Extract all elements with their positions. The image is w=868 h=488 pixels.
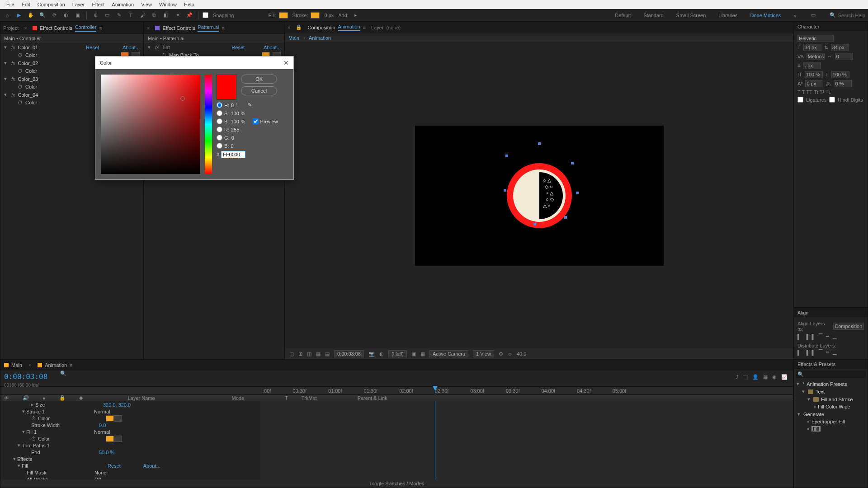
dist-hcenter-icon[interactable]: ▐ [805, 350, 808, 355]
workspace-menu-icon[interactable]: ▭ [809, 11, 818, 20]
h-value[interactable]: 0 [231, 103, 234, 108]
superscript-icon[interactable]: T¹ [820, 89, 824, 95]
eraser-tool-icon[interactable]: ◧ [161, 11, 170, 20]
effect-controls-tab[interactable]: Effect Controls Pattern.ai ≡ [155, 24, 224, 32]
time-ruler[interactable]: :00f 00:30f 01:00f 01:30f 02:00f 02:30f … [0, 387, 793, 395]
menu-layer[interactable]: Layer [70, 1, 88, 8]
close-icon[interactable]: × [147, 25, 150, 31]
search-icon[interactable]: 🔍 [60, 371, 66, 376]
text-tool-icon[interactable]: T [126, 11, 135, 20]
magnify-icon[interactable]: ▢ [289, 351, 294, 357]
effect-color01[interactable]: Color_01 [18, 45, 84, 50]
align-left-icon[interactable]: ▌ [797, 334, 801, 339]
home-icon[interactable]: ⌂ [3, 11, 12, 20]
hue-slider[interactable] [205, 75, 212, 174]
anchor-tool-icon[interactable]: ⊕ [91, 11, 100, 20]
brush-tool-icon[interactable]: 🖌 [138, 11, 147, 20]
eyedropper-icon[interactable]: ✎ [248, 102, 252, 108]
menu-animation[interactable]: Animation [109, 1, 137, 8]
align-vcenter-icon[interactable]: ━ [826, 333, 829, 339]
clone-tool-icon[interactable]: ⧉ [150, 11, 159, 20]
motion-blur-icon[interactable]: ◉ [772, 374, 777, 380]
stopwatch-icon[interactable]: ⏱ [18, 52, 23, 58]
composition-canvas[interactable]: ○ △◇ ○ ▫ △○ ◇ △ ▫ [415, 126, 664, 266]
presets-search[interactable]: 🔍 [796, 371, 866, 378]
graph-editor-icon[interactable]: 📈 [781, 374, 788, 380]
lock-icon[interactable]: 🔒 [296, 24, 302, 30]
workspace-dopemotions[interactable]: Dope Motions [750, 13, 781, 18]
stopwatch-icon[interactable]: ⏱ [18, 100, 23, 105]
puppet-tool-icon[interactable]: 📌 [185, 11, 194, 20]
dist-right-icon[interactable]: ▌ [812, 350, 816, 355]
reset-link[interactable]: Reset [86, 45, 99, 50]
vscale-input[interactable]: 100 % [805, 71, 823, 78]
subscript-icon[interactable]: T₁ [826, 89, 830, 95]
tree-animation-presets[interactable]: Animation Presets [807, 381, 847, 387]
channels-icon[interactable]: ◐ [379, 351, 384, 357]
ok-button[interactable]: OK [241, 75, 277, 84]
bb-radio[interactable] [217, 143, 222, 149]
sv-cursor[interactable] [180, 96, 185, 101]
timeline-graph-area[interactable]: comp("Main").layer("Controller").effect(… [260, 401, 793, 479]
ligatures-checkbox[interactable] [797, 97, 803, 103]
smallcaps-icon[interactable]: Tt [814, 89, 818, 95]
workspace-libraries[interactable]: Libraries [718, 13, 737, 18]
timeline-tab-animation[interactable]: Animation ≡ [38, 362, 72, 368]
stopwatch-icon[interactable]: ⏱ [18, 84, 23, 89]
tsume-input[interactable]: 0 % [834, 80, 852, 87]
time-display[interactable]: 0:00:03:08 [334, 350, 364, 357]
font-family-dropdown[interactable]: Helvetic [797, 35, 834, 42]
resolution-dropdown[interactable]: (Half) [388, 350, 407, 357]
tree-eyedropper-fill[interactable]: Eyedropper Fill [811, 419, 845, 424]
timeline-body[interactable]: ▸Size320.0, 320.0▾Stroke 1Normal⏱ColorSt… [0, 401, 793, 479]
lock-col-icon[interactable]: 🔒 [59, 395, 66, 401]
r-radio[interactable] [217, 127, 222, 132]
allcaps-icon[interactable]: TT [806, 89, 812, 95]
tree-text[interactable]: Text [816, 389, 825, 394]
snapping-checkbox[interactable] [203, 12, 208, 18]
audio-col-icon[interactable]: 🔊 [23, 395, 29, 401]
cancel-button[interactable]: Cancel [241, 86, 277, 95]
rotate-tool-icon[interactable]: ◐ [61, 11, 71, 20]
project-tab[interactable]: Project [3, 25, 19, 31]
font-size-input[interactable]: 34 px [803, 44, 821, 51]
roi-icon[interactable]: ▣ [411, 351, 416, 357]
guides-icon[interactable]: ▤ [325, 351, 330, 357]
label-col-icon[interactable]: ◆ [79, 395, 83, 401]
playhead[interactable] [435, 387, 435, 394]
preview-checkbox[interactable] [253, 118, 259, 124]
frame-blend-icon[interactable]: ▦ [763, 374, 768, 380]
effect-controls-tab[interactable]: Effect Controls Controller ≡ [33, 24, 102, 32]
transparency-icon[interactable]: ▦ [420, 351, 425, 357]
shy-icon[interactable]: 👤 [752, 374, 759, 380]
b-value[interactable]: 100 [231, 119, 239, 124]
eye-col-icon[interactable]: 👁 [4, 395, 9, 401]
composition-tab[interactable]: Composition Animation ≡ [307, 24, 365, 31]
camera-tool-icon[interactable]: ▣ [73, 11, 82, 20]
crumb-main[interactable]: Main [288, 35, 299, 41]
tracking-input[interactable]: 0 [835, 53, 853, 60]
close-icon[interactable]: × [24, 25, 27, 31]
menu-help[interactable]: Help [181, 1, 197, 8]
orbit-tool-icon[interactable]: ⟳ [50, 11, 59, 20]
bold-icon[interactable]: T [797, 89, 801, 95]
menu-edit[interactable]: Edit [19, 1, 33, 8]
stopwatch-icon[interactable]: ⏱ [18, 68, 23, 74]
stroke-swatch[interactable] [311, 12, 320, 19]
leading-input[interactable]: 34 px [831, 44, 849, 51]
align-to-dropdown[interactable]: Composition [833, 323, 864, 330]
presets-header[interactable]: Effects & Presets [794, 360, 868, 369]
about-link[interactable]: About... [123, 45, 140, 50]
search-help[interactable]: 🔍 Search Help [830, 12, 865, 18]
stroke-px[interactable]: - px [803, 62, 821, 69]
exposure-icon[interactable]: ☼ [508, 351, 512, 357]
dist-vcenter-icon[interactable]: ━ [826, 349, 829, 355]
r-value[interactable]: 255 [231, 127, 239, 132]
zoom-value[interactable]: 40.0 [517, 351, 526, 357]
draft3d-icon[interactable]: ⬚ [743, 374, 748, 380]
tree-fillstroke[interactable]: Fill and Stroke [821, 397, 853, 402]
s-value[interactable]: 100 [231, 111, 239, 116]
zoom-tool-icon[interactable]: 🔍 [38, 11, 47, 20]
resolution-icon[interactable]: ⊞ [298, 351, 302, 357]
tree-fillcolorwipe[interactable]: Fill Color Wipe [818, 404, 850, 409]
